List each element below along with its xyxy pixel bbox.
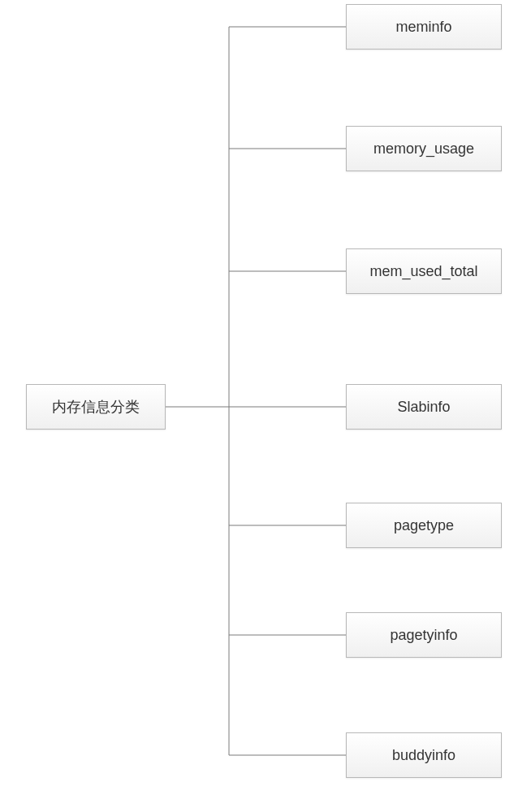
diagram-canvas: 内存信息分类 meminfo memory_usage mem_used_tot… bbox=[0, 0, 518, 812]
child-node-meminfo: meminfo bbox=[346, 4, 502, 50]
child-node-label: pagetype bbox=[394, 517, 454, 534]
child-node-label: meminfo bbox=[395, 19, 451, 36]
child-node-slabinfo: Slabinfo bbox=[346, 384, 502, 430]
child-node-mem-used-total: mem_used_total bbox=[346, 248, 502, 294]
child-node-label: pagetyinfo bbox=[390, 627, 457, 644]
root-node-label: 内存信息分类 bbox=[52, 397, 140, 417]
child-node-pagetype: pagetype bbox=[346, 503, 502, 548]
child-node-memory-usage: memory_usage bbox=[346, 126, 502, 171]
child-node-pagetyinfo: pagetyinfo bbox=[346, 612, 502, 658]
child-node-label: mem_used_total bbox=[369, 263, 477, 280]
child-node-label: memory_usage bbox=[373, 140, 474, 158]
child-node-label: Slabinfo bbox=[397, 399, 450, 416]
child-node-buddyinfo: buddyinfo bbox=[346, 732, 502, 778]
root-node: 内存信息分类 bbox=[26, 384, 166, 430]
child-node-label: buddyinfo bbox=[392, 747, 455, 764]
